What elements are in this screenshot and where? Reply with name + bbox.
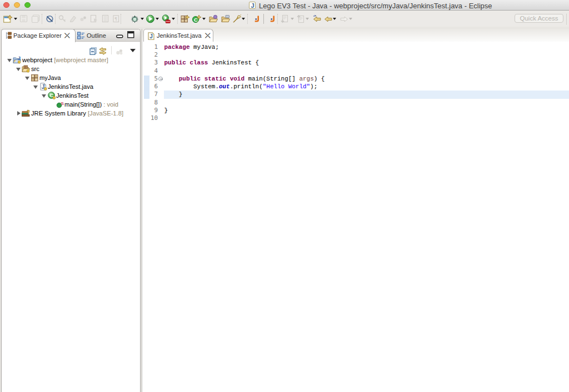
svg-text:S: S [61,101,64,106]
svg-text:¶: ¶ [114,16,117,22]
svg-text:J: J [18,56,21,61]
svg-text:J: J [149,33,153,39]
